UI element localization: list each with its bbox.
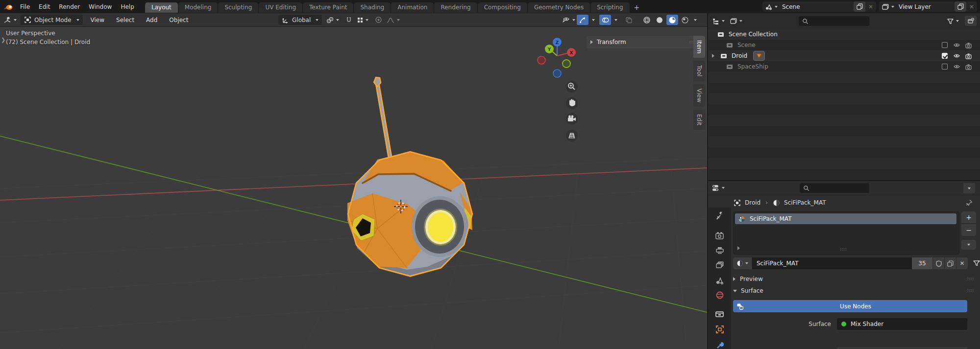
- outliner-display-mode-icon[interactable]: [730, 18, 742, 24]
- proportional-icon[interactable]: [372, 15, 384, 25]
- remove-material-slot-button[interactable]: −: [961, 224, 976, 236]
- mesh-data-badge[interactable]: [753, 51, 765, 61]
- workspace-tab-geometry-nodes[interactable]: Geometry Nodes: [528, 2, 590, 13]
- editor-type-3dview-icon[interactable]: [3, 16, 17, 24]
- new-scene-button[interactable]: [854, 1, 865, 12]
- users-count-button[interactable]: 35: [912, 257, 932, 269]
- material-slot-specials-button[interactable]: [961, 240, 976, 250]
- scene-icon[interactable]: [762, 1, 780, 12]
- unlink-scene-button[interactable]: ✕: [865, 3, 876, 10]
- material-slot-selected[interactable]: SciFiPack_MAT: [735, 213, 956, 224]
- tab-output[interactable]: [708, 243, 731, 257]
- new-collection-button[interactable]: [965, 16, 977, 26]
- shading-material-icon[interactable]: [666, 15, 678, 25]
- tab-view-layer[interactable]: [708, 257, 731, 272]
- gizmo-z-neg-axis[interactable]: [553, 70, 561, 77]
- expand-arrow-icon[interactable]: [712, 54, 714, 58]
- toolbar-toggle-arrow[interactable]: ❯: [1, 37, 5, 43]
- eye-icon[interactable]: [953, 42, 960, 48]
- tab-render[interactable]: [708, 228, 731, 243]
- gizmos-toggle[interactable]: [577, 15, 588, 25]
- menu-add[interactable]: Add: [142, 17, 161, 23]
- shading-wireframe-icon[interactable]: [641, 15, 653, 25]
- tab-world[interactable]: [708, 288, 731, 302]
- add-material-slot-button[interactable]: +: [961, 211, 976, 223]
- tab-tool[interactable]: [708, 209, 731, 223]
- viewport-3d[interactable]: Z Y X: [0, 27, 707, 349]
- remove-view-layer-button[interactable]: ✕: [966, 3, 977, 10]
- pin-icon[interactable]: [966, 199, 973, 206]
- snap-magnet-icon[interactable]: [343, 15, 355, 25]
- workspace-tab-sculpting[interactable]: Sculpting: [218, 2, 258, 13]
- preview-panel-header[interactable]: Preview ∷∷: [733, 273, 978, 285]
- sidebar-tab-edit[interactable]: Edit: [693, 110, 705, 130]
- add-workspace-button[interactable]: +: [630, 3, 644, 11]
- material-name-field[interactable]: SciFiPack_MAT: [752, 257, 912, 269]
- menu-render[interactable]: Render: [54, 0, 84, 13]
- exclude-checkbox[interactable]: [942, 53, 948, 59]
- outliner-row-droid[interactable]: Droid: [708, 50, 980, 61]
- eye-icon[interactable]: [953, 53, 960, 59]
- tab-scene[interactable]: [708, 273, 731, 288]
- falloff-dropdown[interactable]: [386, 17, 400, 23]
- outliner-filter-dropdown[interactable]: [947, 18, 959, 24]
- outliner-search-input[interactable]: [799, 16, 869, 26]
- menu-object[interactable]: Object: [165, 17, 192, 23]
- zoom-gizmo-icon[interactable]: [566, 81, 578, 93]
- eye-icon[interactable]: [953, 64, 960, 70]
- new-material-button[interactable]: [944, 257, 956, 269]
- unlink-material-button[interactable]: ✕: [956, 257, 968, 269]
- mode-dropdown[interactable]: Object Mode: [21, 15, 83, 25]
- tab-modifiers[interactable]: [708, 338, 731, 349]
- shading-rendered-icon[interactable]: [679, 15, 691, 25]
- surface-shader-field[interactable]: Mix Shader: [837, 318, 967, 330]
- menu-edit[interactable]: Edit: [34, 0, 54, 13]
- menu-file[interactable]: File: [16, 0, 34, 13]
- workspace-tab-compositing[interactable]: Compositing: [478, 2, 527, 13]
- sidebar-tab-item[interactable]: Item: [693, 36, 705, 58]
- menu-select[interactable]: Select: [112, 17, 138, 23]
- slot-list-expand-icon[interactable]: [737, 246, 740, 250]
- navigation-gizmo[interactable]: Z Y X: [538, 38, 576, 77]
- workspace-tab-scripting[interactable]: Scripting: [590, 2, 629, 13]
- sidebar-tab-tool[interactable]: Tool: [693, 61, 705, 81]
- workspace-tab-uv-editing[interactable]: UV Editing: [259, 2, 302, 13]
- workspace-tab-layout[interactable]: Layout: [145, 2, 178, 13]
- pan-gizmo-icon[interactable]: [566, 97, 578, 109]
- gizmo-x-neg-axis[interactable]: [538, 56, 545, 64]
- outliner-editor-type-icon[interactable]: [712, 18, 725, 25]
- view-layer-icon[interactable]: [879, 1, 897, 12]
- material-filter-dropdown[interactable]: [973, 260, 980, 267]
- camera-icon[interactable]: [965, 42, 972, 48]
- transform-panel-header[interactable]: Transform ∷∷: [587, 36, 700, 48]
- visibility-dropdown[interactable]: [562, 16, 575, 23]
- properties-editor-type-icon[interactable]: [711, 184, 725, 192]
- menu-help[interactable]: Help: [116, 0, 138, 13]
- tab-collection[interactable]: [708, 306, 731, 321]
- scene-name[interactable]: Scene: [780, 3, 854, 10]
- workspace-tab-modeling[interactable]: Modeling: [178, 2, 218, 13]
- workspace-tab-shading[interactable]: Shading: [354, 2, 391, 13]
- camera-icon[interactable]: [965, 53, 972, 59]
- xray-toggle[interactable]: [623, 15, 635, 25]
- pivot-dropdown[interactable]: [326, 16, 339, 24]
- camera-gizmo-icon[interactable]: [566, 113, 578, 125]
- breadcrumb-material[interactable]: SciFiPack_MAT: [784, 199, 826, 206]
- exclude-checkbox[interactable]: [942, 42, 948, 48]
- gizmo-y-neg-axis[interactable]: [563, 60, 570, 68]
- outliner-row-scene[interactable]: Scene: [708, 40, 980, 50]
- panel-grip[interactable]: ∷∷: [968, 277, 974, 281]
- ortho-gizmo-icon[interactable]: [566, 130, 578, 141]
- menu-view[interactable]: View: [87, 17, 108, 23]
- workspace-tab-animation[interactable]: Animation: [391, 2, 434, 13]
- sidebar-tab-view[interactable]: View: [693, 84, 705, 107]
- panel-grip[interactable]: ∷∷: [968, 288, 974, 293]
- use-nodes-button[interactable]: Use Nodes: [733, 300, 967, 312]
- surface-panel-header[interactable]: Surface ∷∷: [733, 285, 978, 297]
- workspace-tab-rendering[interactable]: Rendering: [434, 2, 477, 13]
- view-layer-name[interactable]: View Layer: [897, 3, 955, 10]
- camera-icon[interactable]: [965, 64, 972, 70]
- outliner-row-scene-collection[interactable]: Scene Collection: [708, 29, 980, 40]
- browse-material-button[interactable]: [733, 257, 752, 269]
- blender-logo[interactable]: [3, 2, 14, 11]
